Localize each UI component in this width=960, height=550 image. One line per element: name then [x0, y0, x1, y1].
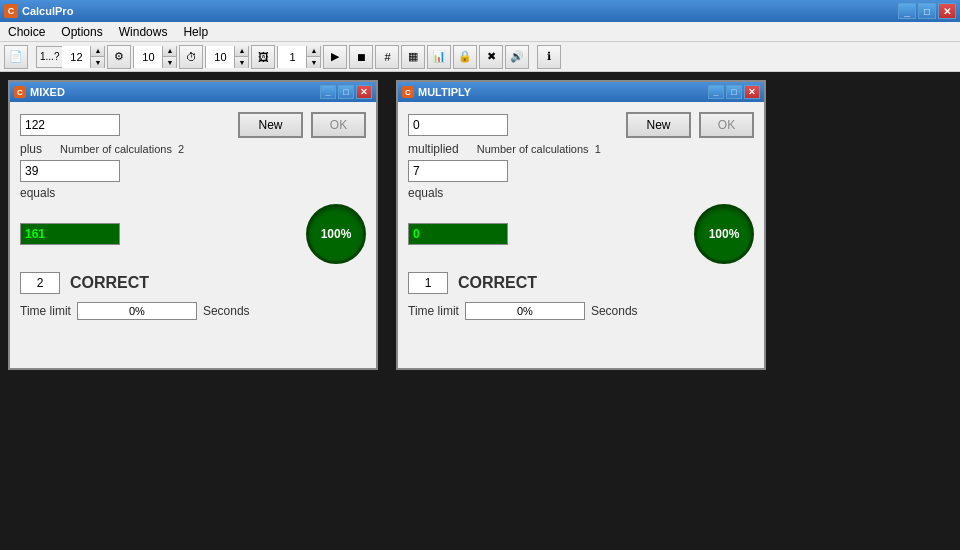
sound-icon[interactable]: 🔊: [505, 45, 529, 69]
multiply-controls: _ □ ✕: [708, 85, 760, 99]
mixed-answer[interactable]: [20, 223, 120, 245]
mixed-equals-label: equals: [20, 186, 55, 200]
mixed-answer-row: 100%: [20, 204, 366, 264]
mixed-stats-row: CORRECT: [20, 272, 366, 294]
mixed-correct-label: CORRECT: [70, 274, 149, 292]
multiply-time-progress: 0%: [465, 302, 585, 320]
menu-windows[interactable]: Windows: [111, 22, 176, 41]
mixed-row-2: [20, 160, 366, 182]
multiply-equals-row: equals: [408, 186, 754, 200]
mixed-maximize[interactable]: □: [338, 85, 354, 99]
multiply-time-label: Time limit: [408, 304, 459, 318]
app-title: CalculPro: [22, 5, 898, 17]
multiply-operator: multiplied: [408, 142, 459, 156]
spinner-4-input[interactable]: 1: [278, 46, 306, 68]
minimize-button[interactable]: _: [898, 3, 916, 19]
multiply-number2[interactable]: [408, 160, 508, 182]
spinner-1-up[interactable]: ▲: [90, 46, 104, 57]
menu-choice[interactable]: Choice: [0, 22, 53, 41]
spinner-1-input[interactable]: 12: [62, 46, 90, 68]
mixed-time-row: Time limit 0% Seconds: [20, 302, 366, 320]
spinner-1-arrows: ▲ ▼: [90, 46, 104, 68]
settings-icon[interactable]: ⚙: [107, 45, 131, 69]
multiply-close[interactable]: ✕: [744, 85, 760, 99]
main-area: C MIXED _ □ ✕ New OK plus Number of calc…: [0, 72, 960, 550]
multiply-num-calc-label: Number of calculations 1: [477, 143, 601, 155]
multiply-minimize[interactable]: _: [708, 85, 724, 99]
menu-help[interactable]: Help: [175, 22, 216, 41]
mixed-title-bar: C MIXED _ □ ✕: [10, 82, 376, 102]
spinner-2-up[interactable]: ▲: [162, 46, 176, 57]
spinner-2-input[interactable]: 10: [134, 46, 162, 68]
mixed-new-button[interactable]: New: [238, 112, 303, 138]
multiply-row-2: [408, 160, 754, 182]
multiply-answer[interactable]: [408, 223, 508, 245]
multiply-answer-row: 100%: [408, 204, 754, 264]
chart-icon[interactable]: 📊: [427, 45, 451, 69]
multiply-title: MULTIPLY: [418, 86, 708, 98]
mixed-icon: C: [14, 86, 26, 98]
mixed-row-1: New OK: [20, 112, 366, 138]
spinner-1-down[interactable]: ▼: [90, 57, 104, 68]
spinner-3-down[interactable]: ▼: [234, 57, 248, 68]
multiply-correct-count[interactable]: [408, 272, 448, 294]
multiply-progress-circle: 100%: [694, 204, 754, 264]
clock-icon[interactable]: ⏱: [179, 45, 203, 69]
multiply-number1[interactable]: [408, 114, 508, 136]
maximize-button[interactable]: □: [918, 3, 936, 19]
stop-icon[interactable]: ⏹: [349, 45, 373, 69]
multiply-ok-button[interactable]: OK: [699, 112, 754, 138]
multiply-window: C MULTIPLY _ □ ✕ New OK multiplied Numbe…: [396, 80, 766, 370]
image-icon[interactable]: 🖼: [251, 45, 275, 69]
title-bar: C CalculPro _ □ ✕: [0, 0, 960, 22]
spinner-4-up[interactable]: ▲: [306, 46, 320, 57]
mixed-title: MIXED: [30, 86, 320, 98]
mixed-progress-circle: 100%: [306, 204, 366, 264]
mixed-window: C MIXED _ □ ✕ New OK plus Number of calc…: [8, 80, 378, 370]
multiply-equals-label: equals: [408, 186, 443, 200]
new-file-button[interactable]: 📄: [4, 45, 28, 69]
table-icon[interactable]: ▦: [401, 45, 425, 69]
delete-icon[interactable]: ✖: [479, 45, 503, 69]
mixed-time-progress: 0%: [77, 302, 197, 320]
spinner-4-down[interactable]: ▼: [306, 57, 320, 68]
spinner-4-arrows: ▲ ▼: [306, 46, 320, 68]
title-bar-controls: _ □ ✕: [898, 3, 956, 19]
multiply-new-button[interactable]: New: [626, 112, 691, 138]
close-button[interactable]: ✕: [938, 3, 956, 19]
multiply-seconds-label: Seconds: [591, 304, 638, 318]
mixed-close[interactable]: ✕: [356, 85, 372, 99]
mixed-ok-button[interactable]: OK: [311, 112, 366, 138]
app-icon: C: [4, 4, 18, 18]
spinner-4: 1 ▲ ▼: [277, 46, 321, 68]
spinner-3-arrows: ▲ ▼: [234, 46, 248, 68]
multiply-body: New OK multiplied Number of calculations…: [398, 102, 764, 368]
multiply-maximize[interactable]: □: [726, 85, 742, 99]
multiply-operator-row: multiplied Number of calculations 1: [408, 142, 754, 156]
multiply-correct-label: CORRECT: [458, 274, 537, 292]
mixed-controls: _ □ ✕: [320, 85, 372, 99]
run-icon[interactable]: ▶: [323, 45, 347, 69]
toolbar: 📄 1...? 12 ▲ ▼ ⚙ 10 ▲ ▼ ⏱ 10 ▲ ▼ 🖼 1 ▲ ▼…: [0, 42, 960, 72]
mixed-correct-count[interactable]: [20, 272, 60, 294]
spinner-3-input[interactable]: 10: [206, 46, 234, 68]
spinner-2-down[interactable]: ▼: [162, 57, 176, 68]
mixed-operator: plus: [20, 142, 42, 156]
spinner-1: 1...? 12 ▲ ▼: [36, 46, 105, 68]
mixed-time-label: Time limit: [20, 304, 71, 318]
lock-icon[interactable]: 🔒: [453, 45, 477, 69]
info-icon[interactable]: ℹ: [537, 45, 561, 69]
spinner-2: 10 ▲ ▼: [133, 46, 177, 68]
mixed-number2[interactable]: [20, 160, 120, 182]
mixed-seconds-label: Seconds: [203, 304, 250, 318]
mixed-equals-row: equals: [20, 186, 366, 200]
multiply-icon: C: [402, 86, 414, 98]
menu-options[interactable]: Options: [53, 22, 110, 41]
mixed-number1[interactable]: [20, 114, 120, 136]
mixed-minimize[interactable]: _: [320, 85, 336, 99]
spinner-3: 10 ▲ ▼: [205, 46, 249, 68]
spinner-3-up[interactable]: ▲: [234, 46, 248, 57]
multiply-row-1: New OK: [408, 112, 754, 138]
grid-icon[interactable]: #: [375, 45, 399, 69]
multiply-title-bar: C MULTIPLY _ □ ✕: [398, 82, 764, 102]
